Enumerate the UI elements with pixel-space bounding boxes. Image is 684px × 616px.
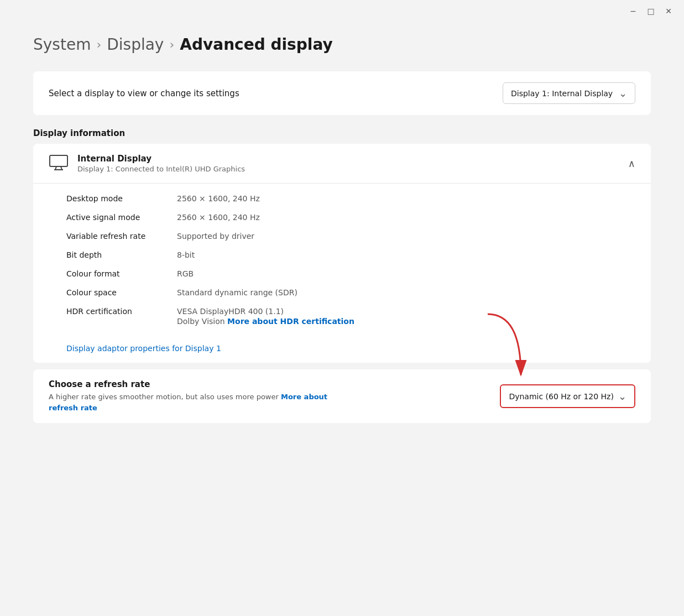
active-signal-value: 2560 × 1600, 240 Hz xyxy=(177,213,635,222)
main-content: System › Display › Advanced display Sele… xyxy=(0,22,684,445)
select-display-row: Select a display to view or change its s… xyxy=(49,82,635,104)
hdr-cert-line1: VESA DisplayHDR 400 (1.1) xyxy=(177,307,635,316)
colour-format-value: RGB xyxy=(177,269,635,278)
refresh-desc-text: A higher rate gives smoother motion, but… xyxy=(49,393,279,401)
hdr-more-link[interactable]: More about HDR certification xyxy=(227,317,354,326)
adaptor-link-container: Display adaptor properties for Display 1 xyxy=(33,336,651,363)
hdr-cert-value: VESA DisplayHDR 400 (1.1) Dolby Vision M… xyxy=(177,307,635,326)
refresh-rate-description: A higher rate gives smoother motion, but… xyxy=(49,391,489,413)
chevron-up-icon: ∧ xyxy=(628,158,635,169)
table-row: Variable refresh rate Supported by drive… xyxy=(66,227,635,246)
colour-space-value: Standard dynamic range (SDR) xyxy=(177,288,635,297)
monitor-header[interactable]: Internal Display Display 1: Connected to… xyxy=(33,144,651,184)
monitor-icon xyxy=(49,154,69,173)
page-title: Advanced display xyxy=(180,35,332,54)
monitor-subtitle: Display 1: Connected to Intel(R) UHD Gra… xyxy=(77,165,245,173)
hdr-cert-line2: Dolby Vision More about HDR certificatio… xyxy=(177,317,635,326)
variable-refresh-value: Supported by driver xyxy=(177,232,635,241)
select-display-card: Select a display to view or change its s… xyxy=(33,71,651,115)
table-row: Colour space Standard dynamic range (SDR… xyxy=(66,283,635,302)
refresh-rate-section: Choose a refresh rate A higher rate give… xyxy=(33,369,651,423)
refresh-rate-card: Choose a refresh rate A higher rate give… xyxy=(33,369,651,423)
more-about-link[interactable]: More about xyxy=(281,393,327,401)
desktop-mode-label: Desktop mode xyxy=(66,194,177,203)
display-info-card: Internal Display Display 1: Connected to… xyxy=(33,144,651,363)
close-button[interactable]: ✕ xyxy=(662,4,675,18)
display-dropdown[interactable]: Display 1: Internal Display ⌄ xyxy=(503,82,635,104)
refresh-rate-link[interactable]: refresh rate xyxy=(49,404,97,412)
select-display-label: Select a display to view or change its s… xyxy=(49,88,239,98)
display-information-heading: Display information xyxy=(33,128,651,138)
svg-rect-0 xyxy=(50,155,67,166)
display-dropdown-value: Display 1: Internal Display xyxy=(511,89,613,98)
bit-depth-value: 8-bit xyxy=(177,250,635,259)
monitor-header-left: Internal Display Display 1: Connected to… xyxy=(49,154,245,173)
colour-format-label: Colour format xyxy=(66,269,177,278)
monitor-name: Internal Display xyxy=(77,154,245,164)
colour-space-label: Colour space xyxy=(66,288,177,297)
table-row: Bit depth 8-bit xyxy=(66,246,635,264)
breadcrumb-separator-2: › xyxy=(169,38,174,51)
hdr-cert-label: HDR certification xyxy=(66,307,177,316)
refresh-rate-title: Choose a refresh rate xyxy=(49,379,489,389)
monitor-info: Internal Display Display 1: Connected to… xyxy=(77,154,245,173)
restore-button[interactable]: □ xyxy=(644,4,657,18)
adaptor-link[interactable]: Display adaptor properties for Display 1 xyxy=(66,344,221,353)
info-rows: Desktop mode 2560 × 1600, 240 Hz Active … xyxy=(33,184,651,336)
table-row: Active signal mode 2560 × 1600, 240 Hz xyxy=(66,208,635,227)
breadcrumb: System › Display › Advanced display xyxy=(33,35,651,54)
titlebar: − □ ✕ xyxy=(0,0,684,22)
table-row: Colour format RGB xyxy=(66,264,635,283)
chevron-down-icon: ⌄ xyxy=(619,87,627,99)
active-signal-label: Active signal mode xyxy=(66,213,177,222)
breadcrumb-display[interactable]: Display xyxy=(107,35,164,54)
minimize-button[interactable]: − xyxy=(626,4,640,18)
chevron-down-icon: ⌄ xyxy=(618,390,626,402)
refresh-rate-value: Dynamic (60 Hz or 120 Hz) xyxy=(509,392,614,401)
bit-depth-label: Bit depth xyxy=(66,250,177,259)
table-row: Desktop mode 2560 × 1600, 240 Hz xyxy=(66,189,635,208)
variable-refresh-label: Variable refresh rate xyxy=(66,232,177,241)
refresh-rate-dropdown[interactable]: Dynamic (60 Hz or 120 Hz) ⌄ xyxy=(500,384,635,408)
table-row: HDR certification VESA DisplayHDR 400 (1… xyxy=(66,302,635,331)
refresh-rate-left: Choose a refresh rate A higher rate give… xyxy=(49,379,489,413)
breadcrumb-system[interactable]: System xyxy=(33,35,91,54)
breadcrumb-separator-1: › xyxy=(96,38,101,51)
desktop-mode-value: 2560 × 1600, 240 Hz xyxy=(177,194,635,203)
